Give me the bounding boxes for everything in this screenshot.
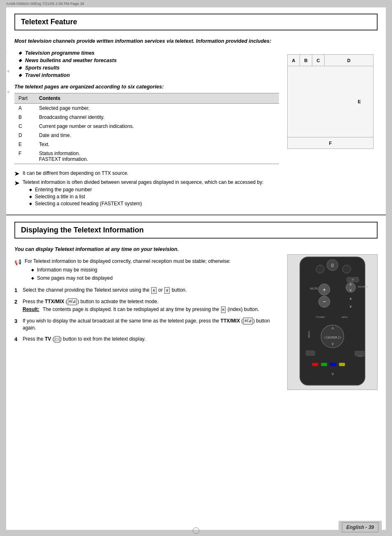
down-arrow-icon: ∨	[164, 287, 170, 294]
sub-bullets: Entering the page number Selecting a tit…	[23, 187, 263, 207]
ttx-mix-icon: ≡/⊿	[68, 298, 77, 305]
table-row: C Current page number or search indicati…	[14, 122, 279, 131]
main-content: . e o Teletext Feature Most television c…	[6, 7, 386, 530]
table-row: D Date and time.	[14, 131, 279, 140]
table-cell-contents-c: Current page number or search indication…	[35, 122, 279, 131]
step-content-3: If you wish to display the actual broadc…	[23, 318, 279, 332]
footer-box: English - 39	[342, 522, 378, 532]
speaker-icon: 📢	[14, 259, 21, 265]
tv-icon: □	[55, 336, 60, 343]
step-num-3: 3	[14, 318, 23, 324]
displaying-left-col: You can display Teletext information at …	[14, 246, 279, 390]
table-cell-part-f: F	[14, 149, 35, 164]
note-row-2: ➤ Teletext information is often divided …	[14, 179, 279, 208]
section-displaying: Displaying the Teletext Information You …	[6, 216, 386, 394]
up-arrow-icon: ∧	[151, 287, 157, 294]
table-cell-contents-d: Date and time.	[35, 131, 279, 140]
sub-bullet-3: Selecting a coloured heading (FASTEXT sy…	[29, 201, 263, 207]
remote-svg: 0 P MUTE + ∧	[288, 255, 377, 390]
svg-rect-33	[339, 363, 345, 366]
displaying-two-col: You can display Teletext information at …	[14, 246, 378, 390]
ttx-mix-icon-2: ≡/⊿	[243, 318, 253, 325]
margin-marks: . e o	[6, 49, 12, 94]
note-content: For Teletext information to be displayed…	[25, 258, 231, 283]
svg-text:▷: ▷	[338, 334, 341, 339]
sub-bullet-1: Entering the page number	[29, 187, 263, 193]
teletext-diagram: A B C D	[287, 54, 374, 149]
svg-text:ENTER: ENTER	[327, 336, 337, 339]
step-num-4: 4	[14, 336, 23, 342]
svg-text:∧: ∧	[331, 325, 334, 330]
svg-text:TTX/MIX: TTX/MIX	[316, 316, 325, 318]
diagram-e-label: E	[358, 99, 361, 104]
notes-section: ➤ It can be diffrent from depending on T…	[14, 170, 279, 208]
note-box: 📢 For Teletext information to be display…	[14, 258, 279, 283]
svg-text:∨: ∨	[331, 341, 334, 346]
table-cell-part-b: B	[14, 113, 35, 122]
svg-text:MENU: MENU	[308, 330, 311, 337]
header-text: AA68-03660A-00Eng 7/21/05 2:58 PM Page 3…	[6, 2, 84, 6]
svg-text:INFO: INFO	[342, 316, 348, 318]
svg-text:P: P	[352, 278, 354, 281]
note-text-2: Teletext information is often divided be…	[23, 179, 263, 208]
table-row: B Broadcasting channel identity.	[14, 113, 279, 122]
svg-rect-30	[312, 363, 318, 366]
step-content-4: Press the TV (□) button to exit from the…	[23, 336, 279, 343]
result-line: Result: The contents page is displayed. …	[23, 306, 279, 313]
teletext-table: Part Contents A Selected page number. B	[14, 93, 279, 164]
diagram-cell-d: D	[325, 55, 373, 66]
displaying-right-col: 0 P MUTE + ∧	[287, 246, 378, 390]
note-arrow-1: ➤	[14, 170, 19, 177]
table-cell-contents-f: Status information.FASTEXT information.	[35, 149, 279, 164]
svg-text:◁: ◁	[324, 334, 327, 339]
svg-text:∧: ∧	[349, 282, 352, 286]
teletext-feature-header: Teletext Feature	[14, 14, 378, 30]
diagram-cell-a: A	[288, 55, 300, 66]
page-footer: English - 39	[339, 521, 382, 534]
page-wrapper: AA68-03660A-00Eng 7/21/05 2:58 PM Page 3…	[0, 0, 392, 536]
svg-text:−: −	[323, 298, 326, 305]
svg-point-1	[316, 265, 324, 273]
teletext-bullets: Television programme times News bulletin…	[14, 50, 279, 78]
step-content-1: Select the channel providing the Teletex…	[23, 287, 279, 294]
bullet-sports: Sports results	[18, 65, 279, 71]
diagram-cell-b: B	[300, 55, 312, 66]
index-icon: ≡	[221, 306, 226, 313]
diagram-header-row: A B C D	[288, 55, 373, 66]
note-sub-2: Some pages may not be displayed	[31, 275, 231, 282]
note-row-1: ➤ It can be diffrent from depending on T…	[14, 170, 279, 177]
svg-rect-27	[306, 350, 315, 355]
sub-bullet-2: Selecting a title in a list	[29, 194, 263, 200]
step-num-1: 1	[14, 287, 23, 293]
step-3: 3 If you wish to display the actual broa…	[14, 318, 279, 332]
svg-rect-29	[355, 351, 365, 356]
note-arrow-2: ➤	[14, 180, 19, 186]
result-text: The contents page is displayed. It can b…	[43, 306, 259, 313]
result-label: Result:	[23, 306, 39, 313]
remote-image-area: 0 P MUTE + ∧	[287, 254, 378, 390]
note-text-1: It can be diffrent from depending on TTX…	[23, 170, 129, 177]
section-teletext: Teletext Feature Most television channel…	[6, 7, 386, 214]
crosshair-bottom	[193, 527, 199, 534]
teletext-intro: Most television channels provide written…	[14, 38, 279, 45]
table-cell-contents-b: Broadcasting channel identity.	[35, 113, 279, 122]
table-row: A Selected page number.	[14, 103, 279, 113]
note-sub-1: Information may be missing	[31, 267, 231, 274]
table-cell-contents-a: Selected page number.	[35, 103, 279, 113]
svg-text:∨: ∨	[349, 288, 352, 292]
svg-text:0: 0	[331, 263, 334, 268]
teletext-two-col: Most television channels provide written…	[14, 38, 378, 210]
table-cell-part-a: A	[14, 103, 35, 113]
diagram-footer: F	[288, 137, 373, 149]
footer-text: English - 39	[346, 524, 374, 530]
svg-text:∨: ∨	[331, 371, 334, 376]
bullet-news: News bulletins and weather forecasts	[18, 58, 279, 63]
step-content-2: Press the TTX/MIX (≡/⊿) button to activa…	[23, 298, 279, 313]
teletext-subheading: The teletext pages are organized accordi…	[14, 84, 279, 90]
table-row: F Status information.FASTEXT information…	[14, 149, 279, 164]
table-col-part: Part	[14, 93, 35, 103]
svg-text:+: +	[323, 286, 326, 292]
displaying-intro: You can display Teletext information at …	[14, 246, 279, 253]
header-bar: AA68-03660A-00Eng 7/21/05 2:58 PM Page 3…	[0, 0, 392, 7]
diagram-cell-c: C	[312, 55, 325, 66]
